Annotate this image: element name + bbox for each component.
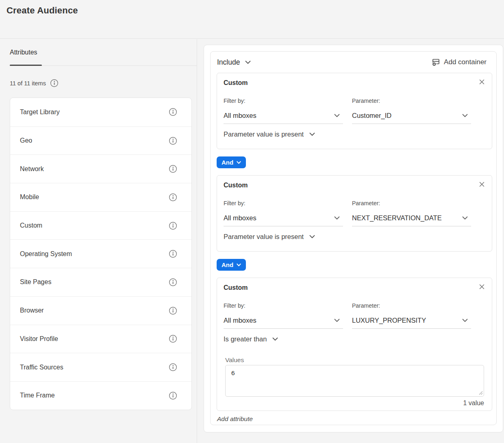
and-label: And	[222, 261, 233, 268]
chevron-down-icon	[334, 216, 340, 220]
filter-by-select[interactable]: All mboxes	[224, 316, 343, 329]
parameter-select[interactable]: Customer_ID	[352, 111, 471, 124]
attribute-label: Network	[20, 165, 44, 173]
chevron-down-icon	[309, 235, 315, 239]
chevron-down-icon	[334, 114, 340, 117]
attribute-row-browser[interactable]: Browser	[10, 296, 191, 325]
operator-dropdown[interactable]: Is greater than	[224, 334, 278, 343]
chevron-down-icon	[462, 216, 468, 220]
condition-card-2: Custom Filter by: All mboxes Parameter:	[217, 175, 492, 252]
include-combinator-dropdown[interactable]: Include	[217, 58, 251, 67]
filter-by-label: Filter by:	[224, 200, 343, 207]
attribute-label: Browser	[20, 307, 44, 314]
filter-by-label: Filter by:	[224, 98, 343, 104]
add-container-icon	[432, 59, 440, 66]
add-attribute-button[interactable]: Add attribute	[217, 415, 253, 423]
tab-active-indicator	[10, 65, 42, 66]
info-icon[interactable]	[169, 165, 177, 173]
info-icon[interactable]	[169, 137, 177, 145]
attribute-label: Traffic Sources	[20, 364, 63, 371]
and-row-2: And	[217, 259, 496, 271]
attribute-row-network[interactable]: Network	[10, 154, 191, 183]
parameter-select[interactable]: NEXT_RESERVATION_DATE	[352, 213, 471, 226]
info-icon[interactable]	[169, 334, 177, 343]
value-count-text: 1 value	[225, 400, 484, 407]
attribute-row-target-library[interactable]: Target Library	[10, 98, 191, 126]
attribute-list: Target Library Geo Network Mobile Custom…	[10, 98, 192, 410]
filter-by-value: All mboxes	[224, 316, 256, 325]
page-header: Create Audience	[0, 0, 504, 39]
operator-value: Parameter value is present	[224, 232, 304, 241]
chevron-down-icon	[237, 263, 241, 267]
parameter-value: NEXT_RESERVATION_DATE	[352, 213, 442, 222]
values-label: Values	[225, 356, 484, 364]
items-count-row: 11 of 11 items	[10, 79, 59, 87]
audience-builder-panel: Include Add container Custom Filter by:	[204, 45, 503, 432]
parameter-label: Parameter:	[352, 302, 471, 309]
info-icon[interactable]	[169, 363, 177, 371]
attribute-row-mobile[interactable]: Mobile	[10, 183, 191, 211]
attribute-row-visitor-profile[interactable]: Visitor Profile	[10, 325, 191, 353]
attribute-label: Operating System	[20, 250, 72, 258]
condition-card-title: Custom	[224, 181, 248, 190]
operator-value: Parameter value is present	[224, 130, 304, 139]
info-icon[interactable]	[169, 391, 177, 400]
tab-attributes[interactable]: Attributes	[10, 49, 37, 56]
attributes-panel: Attributes 11 of 11 items Target Library…	[0, 39, 197, 443]
chevron-down-icon	[237, 161, 241, 164]
and-label: And	[222, 159, 233, 166]
attribute-row-site-pages[interactable]: Site Pages	[10, 268, 191, 296]
include-header-row: Include Add container	[211, 52, 496, 73]
attribute-label: Geo	[20, 137, 32, 144]
parameter-label: Parameter:	[352, 200, 471, 207]
attribute-label: Mobile	[20, 193, 39, 201]
info-icon[interactable]	[169, 108, 177, 116]
values-block: Values 6 1 value	[225, 356, 484, 407]
chevron-down-icon	[245, 61, 251, 64]
chevron-down-icon	[334, 319, 340, 322]
add-container-label: Add container	[444, 58, 487, 66]
include-combinator-value: Include	[217, 58, 240, 67]
operator-value: Is greater than	[224, 334, 267, 343]
attribute-row-traffic-sources[interactable]: Traffic Sources	[10, 353, 191, 381]
close-icon[interactable]	[478, 283, 485, 290]
values-input[interactable]: 6	[225, 365, 484, 397]
and-combinator-button[interactable]: And	[217, 259, 246, 271]
condition-card-title: Custom	[224, 78, 248, 87]
chevron-down-icon	[462, 114, 468, 117]
info-icon[interactable]	[169, 278, 177, 287]
close-icon[interactable]	[478, 78, 485, 85]
items-count-text: 11 of 11 items	[10, 80, 46, 87]
chevron-down-icon	[462, 319, 468, 322]
info-icon[interactable]	[169, 193, 177, 202]
attribute-row-time-frame[interactable]: Time Frame	[10, 381, 191, 410]
filter-by-select[interactable]: All mboxes	[224, 111, 343, 124]
info-icon[interactable]	[169, 306, 177, 315]
attribute-label: Site Pages	[20, 278, 51, 286]
attribute-row-custom[interactable]: Custom	[10, 211, 191, 240]
filter-by-select[interactable]: All mboxes	[224, 213, 343, 226]
attribute-row-geo[interactable]: Geo	[10, 126, 191, 155]
info-icon[interactable]	[169, 250, 177, 258]
condition-card-1: Custom Filter by: All mboxes Parameter:	[217, 73, 492, 149]
parameter-label: Parameter:	[352, 98, 471, 104]
page-title: Create Audience	[7, 5, 78, 16]
operator-dropdown[interactable]: Parameter value is present	[224, 232, 315, 241]
parameter-select[interactable]: LUXURY_PROPENSITY	[352, 316, 471, 329]
attribute-row-operating-system[interactable]: Operating System	[10, 239, 191, 268]
close-icon[interactable]	[478, 181, 485, 188]
filter-by-value: All mboxes	[224, 213, 256, 222]
and-combinator-button[interactable]: And	[217, 156, 246, 168]
chevron-down-icon	[272, 337, 278, 341]
attribute-label: Visitor Profile	[20, 335, 58, 343]
info-icon[interactable]	[169, 222, 177, 230]
add-container-button[interactable]: Add container	[432, 58, 487, 66]
condition-card-3: Custom Filter by: All mboxes Parameter:	[217, 278, 492, 411]
include-container: Include Add container Custom Filter by:	[210, 51, 497, 425]
operator-dropdown[interactable]: Parameter value is present	[224, 130, 315, 139]
parameter-value: Customer_ID	[352, 111, 391, 120]
filter-by-value: All mboxes	[224, 111, 256, 120]
attribute-label: Custom	[20, 222, 42, 229]
items-count-info-icon[interactable]	[50, 79, 59, 87]
attribute-label: Target Library	[20, 109, 60, 116]
